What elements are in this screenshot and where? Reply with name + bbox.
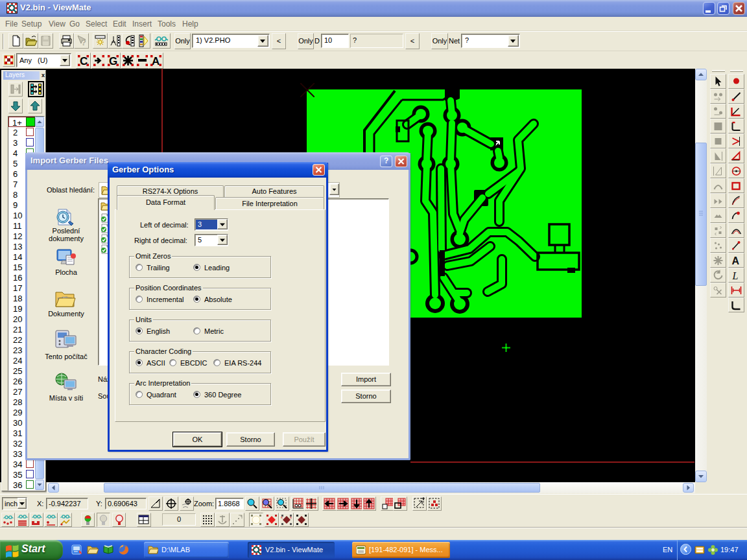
svg-text:A: A — [732, 255, 740, 266]
svg-text:C: C — [80, 55, 88, 67]
svg-text:G: G — [109, 55, 117, 67]
svg-text:?: ? — [81, 38, 86, 47]
svg-text:L: L — [732, 270, 739, 281]
svg-text:s: s — [290, 515, 292, 519]
svg-text:s: s — [281, 515, 283, 519]
svg-text:A: A — [152, 55, 160, 67]
